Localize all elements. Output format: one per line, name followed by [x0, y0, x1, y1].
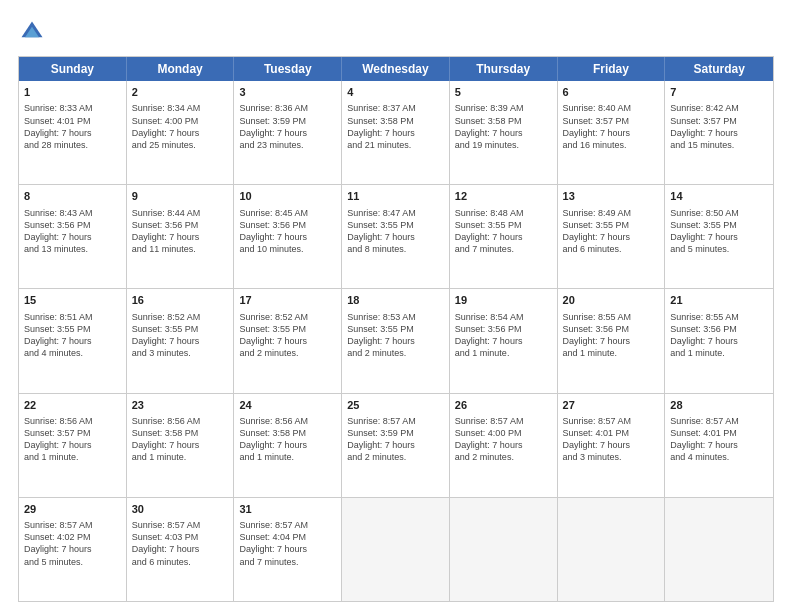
day-number: 15	[24, 293, 121, 308]
calendar-cell: 28Sunrise: 8:57 AM Sunset: 4:01 PM Dayli…	[665, 394, 773, 497]
day-info: Sunrise: 8:37 AM Sunset: 3:58 PM Dayligh…	[347, 102, 444, 151]
day-info: Sunrise: 8:33 AM Sunset: 4:01 PM Dayligh…	[24, 102, 121, 151]
calendar-cell: 6Sunrise: 8:40 AM Sunset: 3:57 PM Daylig…	[558, 81, 666, 184]
day-number: 26	[455, 398, 552, 413]
day-info: Sunrise: 8:54 AM Sunset: 3:56 PM Dayligh…	[455, 311, 552, 360]
day-number: 17	[239, 293, 336, 308]
calendar-cell: 30Sunrise: 8:57 AM Sunset: 4:03 PM Dayli…	[127, 498, 235, 601]
calendar-header-cell: Wednesday	[342, 57, 450, 81]
calendar-cell: 27Sunrise: 8:57 AM Sunset: 4:01 PM Dayli…	[558, 394, 666, 497]
calendar-cell: 23Sunrise: 8:56 AM Sunset: 3:58 PM Dayli…	[127, 394, 235, 497]
calendar-cell: 19Sunrise: 8:54 AM Sunset: 3:56 PM Dayli…	[450, 289, 558, 392]
calendar-header-cell: Monday	[127, 57, 235, 81]
day-number: 9	[132, 189, 229, 204]
day-number: 7	[670, 85, 768, 100]
calendar-cell: 3Sunrise: 8:36 AM Sunset: 3:59 PM Daylig…	[234, 81, 342, 184]
day-number: 24	[239, 398, 336, 413]
day-info: Sunrise: 8:55 AM Sunset: 3:56 PM Dayligh…	[670, 311, 768, 360]
calendar-row: 22Sunrise: 8:56 AM Sunset: 3:57 PM Dayli…	[19, 394, 773, 498]
calendar-header-cell: Tuesday	[234, 57, 342, 81]
day-number: 27	[563, 398, 660, 413]
day-info: Sunrise: 8:56 AM Sunset: 3:58 PM Dayligh…	[132, 415, 229, 464]
calendar-cell: 13Sunrise: 8:49 AM Sunset: 3:55 PM Dayli…	[558, 185, 666, 288]
logo-icon	[18, 18, 46, 46]
day-number: 29	[24, 502, 121, 517]
header	[18, 18, 774, 46]
day-info: Sunrise: 8:55 AM Sunset: 3:56 PM Dayligh…	[563, 311, 660, 360]
day-number: 30	[132, 502, 229, 517]
day-number: 16	[132, 293, 229, 308]
day-info: Sunrise: 8:48 AM Sunset: 3:55 PM Dayligh…	[455, 207, 552, 256]
day-info: Sunrise: 8:53 AM Sunset: 3:55 PM Dayligh…	[347, 311, 444, 360]
day-info: Sunrise: 8:49 AM Sunset: 3:55 PM Dayligh…	[563, 207, 660, 256]
page: SundayMondayTuesdayWednesdayThursdayFrid…	[0, 0, 792, 612]
day-info: Sunrise: 8:52 AM Sunset: 3:55 PM Dayligh…	[132, 311, 229, 360]
day-info: Sunrise: 8:43 AM Sunset: 3:56 PM Dayligh…	[24, 207, 121, 256]
calendar-row: 1Sunrise: 8:33 AM Sunset: 4:01 PM Daylig…	[19, 81, 773, 185]
calendar-cell: 4Sunrise: 8:37 AM Sunset: 3:58 PM Daylig…	[342, 81, 450, 184]
day-info: Sunrise: 8:47 AM Sunset: 3:55 PM Dayligh…	[347, 207, 444, 256]
calendar-cell: 7Sunrise: 8:42 AM Sunset: 3:57 PM Daylig…	[665, 81, 773, 184]
calendar-cell: 15Sunrise: 8:51 AM Sunset: 3:55 PM Dayli…	[19, 289, 127, 392]
calendar-cell: 24Sunrise: 8:56 AM Sunset: 3:58 PM Dayli…	[234, 394, 342, 497]
day-number: 8	[24, 189, 121, 204]
day-info: Sunrise: 8:56 AM Sunset: 3:57 PM Dayligh…	[24, 415, 121, 464]
day-info: Sunrise: 8:34 AM Sunset: 4:00 PM Dayligh…	[132, 102, 229, 151]
day-info: Sunrise: 8:57 AM Sunset: 3:59 PM Dayligh…	[347, 415, 444, 464]
day-info: Sunrise: 8:45 AM Sunset: 3:56 PM Dayligh…	[239, 207, 336, 256]
day-number: 25	[347, 398, 444, 413]
calendar-cell: 8Sunrise: 8:43 AM Sunset: 3:56 PM Daylig…	[19, 185, 127, 288]
calendar-cell: 16Sunrise: 8:52 AM Sunset: 3:55 PM Dayli…	[127, 289, 235, 392]
calendar-cell: 12Sunrise: 8:48 AM Sunset: 3:55 PM Dayli…	[450, 185, 558, 288]
logo	[18, 18, 50, 46]
day-info: Sunrise: 8:57 AM Sunset: 4:04 PM Dayligh…	[239, 519, 336, 568]
calendar-cell	[558, 498, 666, 601]
calendar-cell: 14Sunrise: 8:50 AM Sunset: 3:55 PM Dayli…	[665, 185, 773, 288]
day-info: Sunrise: 8:40 AM Sunset: 3:57 PM Dayligh…	[563, 102, 660, 151]
calendar-cell: 18Sunrise: 8:53 AM Sunset: 3:55 PM Dayli…	[342, 289, 450, 392]
day-info: Sunrise: 8:39 AM Sunset: 3:58 PM Dayligh…	[455, 102, 552, 151]
day-info: Sunrise: 8:57 AM Sunset: 4:01 PM Dayligh…	[563, 415, 660, 464]
day-number: 2	[132, 85, 229, 100]
calendar-header-cell: Friday	[558, 57, 666, 81]
calendar-header-row: SundayMondayTuesdayWednesdayThursdayFrid…	[19, 57, 773, 81]
day-number: 28	[670, 398, 768, 413]
day-info: Sunrise: 8:57 AM Sunset: 4:01 PM Dayligh…	[670, 415, 768, 464]
day-number: 31	[239, 502, 336, 517]
calendar-cell: 25Sunrise: 8:57 AM Sunset: 3:59 PM Dayli…	[342, 394, 450, 497]
calendar-cell: 31Sunrise: 8:57 AM Sunset: 4:04 PM Dayli…	[234, 498, 342, 601]
day-number: 11	[347, 189, 444, 204]
calendar-cell	[450, 498, 558, 601]
day-number: 21	[670, 293, 768, 308]
day-number: 22	[24, 398, 121, 413]
day-info: Sunrise: 8:42 AM Sunset: 3:57 PM Dayligh…	[670, 102, 768, 151]
calendar-cell: 21Sunrise: 8:55 AM Sunset: 3:56 PM Dayli…	[665, 289, 773, 392]
calendar-cell: 2Sunrise: 8:34 AM Sunset: 4:00 PM Daylig…	[127, 81, 235, 184]
day-number: 18	[347, 293, 444, 308]
day-number: 19	[455, 293, 552, 308]
calendar-cell: 9Sunrise: 8:44 AM Sunset: 3:56 PM Daylig…	[127, 185, 235, 288]
day-number: 5	[455, 85, 552, 100]
calendar-header-cell: Sunday	[19, 57, 127, 81]
calendar-cell: 10Sunrise: 8:45 AM Sunset: 3:56 PM Dayli…	[234, 185, 342, 288]
calendar-cell: 1Sunrise: 8:33 AM Sunset: 4:01 PM Daylig…	[19, 81, 127, 184]
calendar: SundayMondayTuesdayWednesdayThursdayFrid…	[18, 56, 774, 602]
day-number: 14	[670, 189, 768, 204]
calendar-cell: 5Sunrise: 8:39 AM Sunset: 3:58 PM Daylig…	[450, 81, 558, 184]
calendar-row: 15Sunrise: 8:51 AM Sunset: 3:55 PM Dayli…	[19, 289, 773, 393]
day-number: 10	[239, 189, 336, 204]
day-info: Sunrise: 8:50 AM Sunset: 3:55 PM Dayligh…	[670, 207, 768, 256]
day-number: 4	[347, 85, 444, 100]
calendar-cell	[665, 498, 773, 601]
day-number: 13	[563, 189, 660, 204]
day-info: Sunrise: 8:52 AM Sunset: 3:55 PM Dayligh…	[239, 311, 336, 360]
day-info: Sunrise: 8:57 AM Sunset: 4:00 PM Dayligh…	[455, 415, 552, 464]
day-number: 23	[132, 398, 229, 413]
day-info: Sunrise: 8:51 AM Sunset: 3:55 PM Dayligh…	[24, 311, 121, 360]
day-info: Sunrise: 8:44 AM Sunset: 3:56 PM Dayligh…	[132, 207, 229, 256]
day-info: Sunrise: 8:57 AM Sunset: 4:03 PM Dayligh…	[132, 519, 229, 568]
calendar-cell: 22Sunrise: 8:56 AM Sunset: 3:57 PM Dayli…	[19, 394, 127, 497]
day-number: 6	[563, 85, 660, 100]
calendar-cell: 29Sunrise: 8:57 AM Sunset: 4:02 PM Dayli…	[19, 498, 127, 601]
day-info: Sunrise: 8:56 AM Sunset: 3:58 PM Dayligh…	[239, 415, 336, 464]
